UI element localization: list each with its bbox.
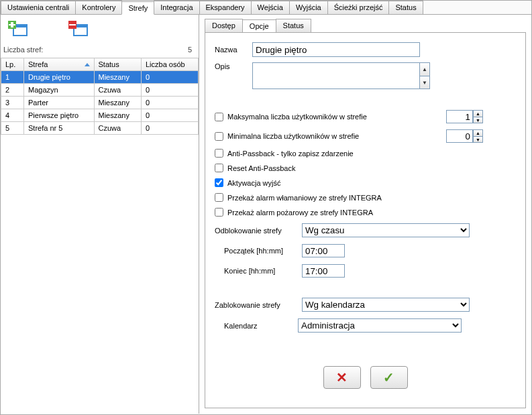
apb-log-checkbox[interactable] bbox=[215, 149, 223, 158]
apb-log-label: Anti-Passback - tylko zapisz zdarzenie bbox=[227, 150, 354, 158]
main-tab-ustawienia-centrali[interactable]: Ustawienia centrali bbox=[1, 1, 76, 14]
alarm-burglar-checkbox[interactable] bbox=[215, 193, 223, 202]
main-tab-status[interactable]: Status bbox=[388, 1, 423, 14]
sub-tab-opcje[interactable]: Opcje bbox=[242, 19, 276, 33]
main-tabs: Ustawienia centraliKontroleryStrefyInteg… bbox=[1, 1, 531, 15]
main-tab-integracja[interactable]: Integracja bbox=[154, 1, 199, 14]
table-row[interactable]: 2MagazynCzuwa0 bbox=[1, 84, 199, 97]
max-users-label: Maksymalna liczba użytkowników w strefie bbox=[227, 113, 367, 121]
sub-tab-status[interactable]: Status bbox=[276, 19, 311, 32]
table-row[interactable]: 5Strefa nr 5Czuwa0 bbox=[1, 122, 199, 135]
out-activation-checkbox[interactable] bbox=[215, 178, 223, 187]
desc-label: Opis bbox=[215, 62, 252, 70]
table-header[interactable]: Strefa bbox=[24, 58, 95, 71]
table-row[interactable]: 3ParterMieszany0 bbox=[1, 97, 199, 109]
main-tab-wyjścia[interactable]: Wyjścia bbox=[289, 1, 328, 14]
table-row[interactable]: 1Drugie piętroMieszany0 bbox=[1, 71, 199, 84]
apb-reset-label: Reset Anti-Passback bbox=[227, 164, 296, 172]
svg-rect-4 bbox=[9, 24, 15, 25]
name-label: Nazwa bbox=[215, 46, 252, 54]
out-activation-label: Aktywacja wyjść bbox=[227, 179, 280, 187]
options-panel: Nazwa Opis ▲ ▼ Maksymalna liczba użytkow… bbox=[205, 32, 526, 408]
min-users-up[interactable]: ▲ bbox=[473, 129, 483, 136]
sub-tab-dostęp[interactable]: Dostęp bbox=[205, 19, 243, 32]
calendar-select[interactable]: Administracja bbox=[298, 318, 462, 333]
main-tab-ekspandery[interactable]: Ekspandery bbox=[199, 1, 252, 14]
desc-scroll-up[interactable]: ▲ bbox=[419, 62, 430, 76]
svg-rect-8 bbox=[69, 24, 76, 25]
alarm-fire-checkbox[interactable] bbox=[215, 208, 223, 217]
table-row[interactable]: 4Pierwsze piętroMieszany0 bbox=[1, 109, 199, 122]
cancel-button[interactable]: ✕ bbox=[323, 366, 361, 389]
main-tab-strefy[interactable]: Strefy bbox=[121, 1, 154, 15]
unlock-mode-label: Odblokowanie strefy bbox=[215, 227, 302, 235]
lock-mode-select[interactable]: Wg kalendarza bbox=[302, 298, 470, 312]
max-users-down[interactable]: ▼ bbox=[473, 117, 483, 123]
zones-table[interactable]: Lp.StrefaStatusLiczba osób 1Drugie piętr… bbox=[1, 58, 199, 135]
remove-zone-button[interactable] bbox=[65, 19, 92, 40]
alarm-burglar-label: Przekaż alarm włamaniowy ze strefy INTEG… bbox=[227, 194, 382, 202]
left-pane: Liczba stref: 5 Lp.StrefaStatusLiczba os… bbox=[1, 15, 199, 414]
desc-scroll-down[interactable]: ▼ bbox=[419, 76, 430, 89]
main-tab-wejścia[interactable]: Wejścia bbox=[251, 1, 290, 14]
max-users-up[interactable]: ▲ bbox=[473, 110, 483, 117]
alarm-fire-label: Przekaż alarm pożarowy ze strefy INTEGRA bbox=[227, 209, 373, 217]
max-users-input[interactable] bbox=[446, 110, 473, 123]
start-time-input[interactable] bbox=[302, 244, 345, 257]
max-users-checkbox[interactable] bbox=[215, 113, 223, 121]
unlock-mode-select[interactable]: Wg czasu bbox=[302, 223, 470, 237]
start-time-label: Początek [hh:mm] bbox=[215, 247, 298, 255]
add-zone-button[interactable] bbox=[5, 19, 32, 40]
min-users-checkbox[interactable] bbox=[215, 132, 223, 141]
table-header[interactable]: Lp. bbox=[1, 58, 24, 71]
lock-mode-label: Zablokowanie strefy bbox=[215, 301, 302, 309]
zone-count-label: Liczba stref: bbox=[3, 46, 43, 54]
end-time-label: Koniec [hh:mm] bbox=[215, 267, 298, 275]
sub-tabs: DostępOpcjeStatus bbox=[205, 19, 526, 32]
main-tab-ścieżki-przejść[interactable]: Ścieżki przejść bbox=[327, 1, 390, 14]
min-users-input[interactable] bbox=[446, 129, 473, 143]
desc-textarea[interactable] bbox=[252, 62, 420, 89]
table-header[interactable]: Liczba osób bbox=[141, 58, 198, 71]
calendar-label: Kalendarz bbox=[215, 322, 298, 330]
table-header[interactable]: Status bbox=[94, 58, 141, 71]
end-time-input[interactable] bbox=[302, 264, 345, 278]
min-users-down[interactable]: ▼ bbox=[473, 136, 483, 143]
apb-reset-checkbox[interactable] bbox=[215, 164, 223, 172]
main-tab-kontrolery[interactable]: Kontrolery bbox=[75, 1, 122, 14]
min-users-label: Minimalna liczba użytkowników w strefie bbox=[227, 132, 359, 140]
confirm-button[interactable]: ✓ bbox=[370, 366, 408, 389]
zone-count-value: 5 bbox=[188, 46, 192, 54]
name-input[interactable] bbox=[252, 42, 420, 57]
